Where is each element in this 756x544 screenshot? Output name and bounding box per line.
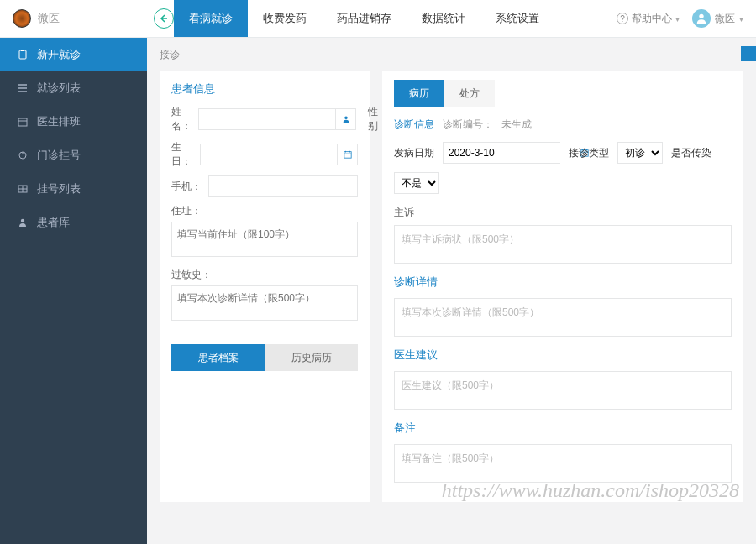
phone-label: 手机： <box>171 180 202 194</box>
svg-point-6 <box>21 219 24 222</box>
onset-label: 发病日期 <box>394 146 434 160</box>
diagnosis-tabs: 病历 处方 <box>394 80 732 107</box>
birthday-input-group <box>200 144 358 165</box>
infectious-label: 是否传染 <box>671 146 711 160</box>
user-name: 微医 <box>715 12 735 26</box>
svg-point-7 <box>344 117 348 120</box>
user-icon[interactable] <box>335 109 355 129</box>
diag-params-row: 发病日期 接诊类型 初诊 是否传染 不是 <box>394 142 732 194</box>
onset-date-group <box>443 142 560 164</box>
logo-icon <box>13 9 31 28</box>
svg-point-0 <box>699 14 703 18</box>
brand-text: 微医 <box>38 11 60 26</box>
advice-textarea[interactable] <box>394 371 732 410</box>
clipboard-icon <box>17 50 29 60</box>
svg-rect-3 <box>18 118 27 126</box>
sidebar-item-label: 门诊挂号 <box>37 148 81 163</box>
sidebar-item-label: 医生排班 <box>37 114 81 129</box>
birthday-input[interactable] <box>201 144 337 165</box>
detail-title: 诊断详情 <box>394 275 732 290</box>
nav-tab-stats[interactable]: 数据统计 <box>407 0 480 37</box>
sidebar-item-register-list[interactable]: 挂号列表 <box>0 172 147 206</box>
help-icon: ? <box>617 13 628 24</box>
chevron-down-icon: ▾ <box>675 14 680 24</box>
back-icon[interactable] <box>154 8 174 29</box>
top-nav: 看病就诊 收费发药 药品进销存 数据统计 系统设置 <box>174 0 554 37</box>
sidebar-item-label: 挂号列表 <box>37 181 81 196</box>
header-right: ? 帮助中心 ▾ 微医 ▾ <box>617 9 756 28</box>
address-label: 住址： <box>171 204 358 218</box>
diag-info-label: 诊断信息 <box>394 118 434 132</box>
content-row: 患者信息 姓名： 性别： 男 生日： <box>147 71 756 519</box>
tab-archive[interactable]: 患者档案 <box>171 344 265 371</box>
svg-rect-2 <box>21 50 24 51</box>
help-label: 帮助中心 <box>632 12 672 26</box>
chief-textarea[interactable] <box>394 225 732 264</box>
patient-title: 患者信息 <box>171 81 358 97</box>
breadcrumb: 接诊 <box>147 38 756 71</box>
diagnosis-panel: 病历 处方 诊断信息 诊断编号： 未生成 发病日期 接诊类型 初诊 <box>382 71 743 502</box>
breadcrumb-text: 接诊 <box>160 48 180 62</box>
name-input-group <box>198 108 356 130</box>
tab-record[interactable]: 病历 <box>394 80 444 107</box>
sidebar-item-patient-db[interactable]: 患者库 <box>0 206 147 239</box>
allergy-label: 过敏史： <box>171 268 358 282</box>
list-icon <box>17 83 29 93</box>
calendar-icon <box>17 117 29 127</box>
birthday-label: 生日： <box>171 140 193 169</box>
name-label: 姓名： <box>171 105 192 133</box>
help-link[interactable]: ? 帮助中心 ▾ <box>617 12 680 26</box>
user-icon <box>17 217 29 228</box>
main: 接诊 患者信息 姓名： 性别： 男 生日： <box>147 38 756 544</box>
phone-input[interactable] <box>208 175 358 197</box>
avatar-icon <box>692 9 711 28</box>
sidebar-item-label: 患者库 <box>37 215 70 230</box>
diag-code-label: 诊断编号： <box>443 118 493 132</box>
tab-history[interactable]: 历史病历 <box>265 344 358 371</box>
row-birthday: 生日： <box>171 140 358 169</box>
onset-date-input[interactable] <box>444 143 580 163</box>
address-textarea[interactable] <box>171 222 358 257</box>
tab-prescription[interactable]: 处方 <box>444 80 495 107</box>
svg-rect-1 <box>19 50 26 59</box>
diag-code-value: 未生成 <box>501 118 532 132</box>
sidebar-item-schedule[interactable]: 医生排班 <box>0 105 147 139</box>
remark-textarea[interactable] <box>394 444 732 483</box>
nav-tab-pharmacy[interactable]: 药品进销存 <box>322 0 407 37</box>
logo-area: 微医 <box>0 9 147 28</box>
nav-tab-settings[interactable]: 系统设置 <box>480 0 554 37</box>
remark-title: 备注 <box>394 421 732 436</box>
calendar-icon[interactable] <box>337 144 357 165</box>
stethoscope-icon <box>17 150 29 160</box>
allergy-textarea[interactable] <box>171 285 358 321</box>
sidebar: 新开就诊 就诊列表 医生排班 门诊挂号 挂号列表 患者库 <box>0 38 147 544</box>
infectious-select[interactable]: 不是 <box>394 172 439 194</box>
row-phone: 手机： <box>171 175 358 197</box>
name-input[interactable] <box>199 109 335 129</box>
nav-tab-consult[interactable]: 看病就诊 <box>174 0 248 37</box>
sidebar-item-label: 新开就诊 <box>37 47 81 62</box>
patient-panel: 患者信息 姓名： 性别： 男 生日： <box>160 71 370 502</box>
close-icon[interactable] <box>741 46 756 61</box>
user-dropdown[interactable]: 微医 ▾ <box>692 9 743 28</box>
detail-textarea[interactable] <box>394 298 732 337</box>
table-icon <box>17 184 29 194</box>
svg-rect-8 <box>344 152 350 159</box>
type-select[interactable]: 初诊 <box>617 142 663 164</box>
type-label: 接诊类型 <box>569 146 609 160</box>
header: 微医 看病就诊 收费发药 药品进销存 数据统计 系统设置 ? 帮助中心 ▾ 微医… <box>0 0 756 38</box>
diag-info-row: 诊断信息 诊断编号： 未生成 <box>394 118 732 132</box>
sidebar-item-label: 就诊列表 <box>37 81 81 96</box>
chief-label: 主诉 <box>394 206 732 220</box>
sidebar-item-new-visit[interactable]: 新开就诊 <box>0 38 147 71</box>
chevron-down-icon: ▾ <box>739 14 743 24</box>
nav-tab-billing[interactable]: 收费发药 <box>248 0 322 37</box>
sidebar-item-visit-list[interactable]: 就诊列表 <box>0 71 147 105</box>
row-name-gender: 姓名： 性别： 男 <box>171 105 358 133</box>
advice-title: 医生建议 <box>394 348 732 363</box>
sidebar-item-register[interactable]: 门诊挂号 <box>0 139 147 172</box>
patient-tabs: 患者档案 历史病历 <box>171 344 358 371</box>
